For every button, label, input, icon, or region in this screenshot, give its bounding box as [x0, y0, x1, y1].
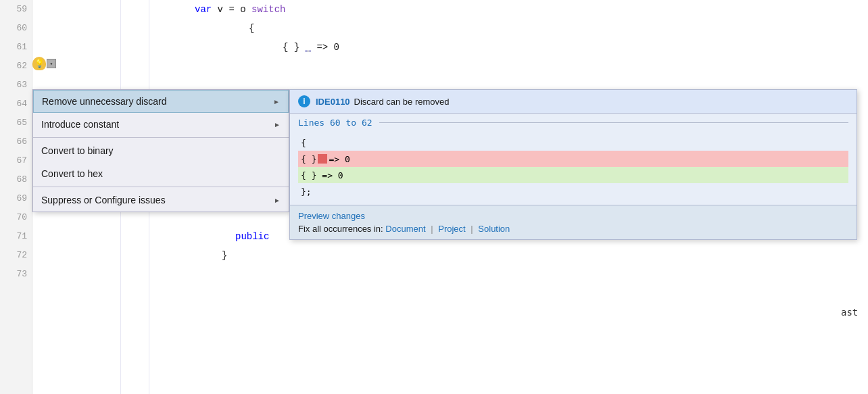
lightbulb-container[interactable]: 💡 ▾: [32, 57, 56, 70]
fix-solution-link[interactable]: Solution: [478, 224, 510, 234]
menu-item-convert-hex[interactable]: Convert to hex: [33, 162, 289, 185]
line-num-66: 66: [0, 132, 32, 151]
line-num-63: 63: [0, 76, 32, 95]
info-panel-footer: Preview changes Fix all occurrences in: …: [290, 205, 857, 239]
lightbulb-icon[interactable]: 💡: [32, 57, 46, 70]
code-line-61: { } _ => 0: [32, 38, 868, 57]
lines-range: Lines 60 to 62: [290, 114, 857, 132]
line-number-gutter: 59 60 61 62 63 64 65 66 67 68 69 70 71 7…: [0, 0, 32, 394]
menu-divider-2: [33, 187, 289, 187]
line-num-61: 61: [0, 38, 32, 57]
menu-item-introduce-constant-arrow: ►: [274, 121, 281, 128]
line-num-73: 73: [0, 265, 32, 284]
menu-item-introduce-constant[interactable]: Introduce constant ►: [33, 113, 289, 136]
line-num-59: 59: [0, 0, 32, 19]
lines-range-text: Lines 60 to 62: [298, 118, 372, 128]
issue-description: Discard can be removed: [354, 97, 450, 107]
line-num-69: 69: [0, 189, 32, 208]
code-line-72: }: [32, 246, 868, 265]
red-highlight-box: [318, 154, 327, 164]
menu-item-convert-binary[interactable]: Convert to binary: [33, 139, 289, 162]
info-icon: i: [298, 95, 310, 107]
line-num-62: 62: [0, 57, 32, 76]
code-line-62: [32, 57, 868, 76]
menu-divider-1: [33, 137, 289, 138]
fix-document-link[interactable]: Document: [385, 224, 425, 234]
info-panel: i IDE0110 Discard can be removed Lines 6…: [289, 89, 857, 240]
preview-line-open-brace: {: [298, 134, 848, 151]
menu-item-remove-discard-arrow: ►: [273, 98, 280, 105]
line-num-71: 71: [0, 227, 32, 246]
context-menu: Remove unnecessary discard ► Introduce c…: [32, 89, 289, 212]
menu-item-convert-hex-label: Convert to hex: [41, 168, 103, 179]
menu-item-suppress-configure-label: Suppress or Configure issues: [41, 195, 166, 205]
code-line-73: [32, 265, 868, 284]
line-num-68: 68: [0, 170, 32, 189]
code-preview-block: { { } => 0 { } => 0 };: [290, 132, 857, 205]
menu-item-suppress-configure-arrow: ►: [274, 197, 281, 204]
issue-id: IDE0110: [316, 97, 350, 107]
menu-item-remove-discard[interactable]: Remove unnecessary discard ►: [33, 90, 289, 113]
line-num-70: 70: [0, 208, 32, 227]
lines-divider: [379, 122, 848, 123]
line-num-65: 65: [0, 114, 32, 132]
partial-text-right: ast: [841, 303, 868, 322]
menu-item-remove-discard-label: Remove unnecessary discard: [42, 96, 166, 107]
preview-changes-link[interactable]: Preview changes: [298, 211, 848, 221]
line-num-67: 67: [0, 151, 32, 170]
preview-line-removed: { } => 0: [298, 151, 848, 167]
fix-all-label: Fix all occurrences in:: [298, 224, 383, 234]
fix-project-link[interactable]: Project: [438, 224, 465, 234]
code-line-60: {: [32, 19, 868, 38]
line-num-64: 64: [0, 95, 32, 114]
preview-line-closing: };: [298, 183, 848, 199]
menu-item-introduce-constant-label: Introduce constant: [41, 119, 119, 130]
fix-all-occurrences: Fix all occurrences in: Document | Proje…: [298, 224, 848, 234]
line-num-72: 72: [0, 246, 32, 265]
preview-line-added: { } => 0: [298, 167, 848, 183]
menu-item-suppress-configure[interactable]: Suppress or Configure issues ►: [33, 189, 289, 212]
code-line-59: var v = o switch: [32, 0, 868, 19]
menu-item-convert-binary-label: Convert to binary: [41, 145, 114, 156]
lightbulb-dropdown-button[interactable]: ▾: [47, 59, 56, 68]
line-num-60: 60: [0, 19, 32, 38]
info-panel-header: i IDE0110 Discard can be removed: [290, 90, 857, 114]
